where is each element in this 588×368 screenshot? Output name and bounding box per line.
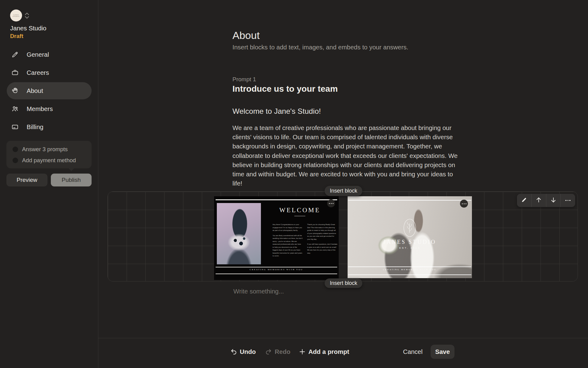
sidebar-item-label: Members	[27, 105, 53, 113]
sidebar-item-label: Careers	[27, 69, 49, 76]
undo-label: Undo	[240, 348, 256, 355]
card-top-rule	[348, 200, 471, 201]
image-block-welcome-card[interactable]: WELCOME Hey there! Congratulations on yo…	[214, 196, 339, 280]
welcome-body-columns: Hey there! Congratulations on your engag…	[273, 223, 337, 258]
waving-hand-icon	[11, 87, 19, 94]
undo-icon	[230, 348, 237, 355]
workspace-status-badge: Draft	[10, 33, 23, 40]
block-canvas-grid	[107, 191, 578, 282]
welcome-col1-para2: You are likely overwhelmed with all the …	[273, 234, 303, 258]
answer-body-text[interactable]: We are a team of creative professionals …	[232, 123, 458, 188]
checklist-item-label: Answer 3 prompts	[22, 146, 68, 153]
add-prompt-button[interactable]: Add a prompt	[299, 345, 349, 359]
card-bottom-rule	[216, 274, 337, 274]
block-toolbar	[517, 194, 575, 207]
checklist-item-payment: Add payment method	[13, 156, 85, 164]
save-label: Save	[435, 348, 450, 355]
ellipsis-icon	[565, 200, 571, 201]
card-footer-tagline: CREATING MEMORIES WITH YOU	[214, 268, 339, 271]
briefcase-icon	[11, 69, 19, 76]
block-more-options-button[interactable]	[560, 194, 575, 207]
credit-card-icon	[11, 123, 19, 131]
welcome-col2-para2: If you still have questions, don't hesit…	[307, 243, 337, 255]
card-bottom-rule	[348, 266, 471, 267]
welcome-underline	[294, 216, 305, 216]
checklist-item-label: Add payment method	[22, 157, 76, 164]
people-icon	[11, 105, 19, 113]
card-footer-tagline: CREATING MEMORIES WITH YOU	[348, 268, 472, 271]
footer-divider	[98, 338, 588, 338]
avatar-monogram-line2: STUDIO	[13, 16, 20, 17]
botanical-logo-badge	[404, 219, 416, 237]
cancel-label: Cancel	[403, 348, 423, 355]
answer-heading[interactable]: Welcome to Jane's Studio!	[232, 107, 321, 116]
sidebar-item-careers[interactable]: Careers	[7, 64, 92, 81]
workspace-switcher-icon[interactable]	[24, 12, 30, 19]
publish-checklist-popover: Answer 3 prompts Add payment method	[6, 141, 92, 168]
plus-icon	[299, 348, 306, 355]
unchecked-circle-icon	[13, 158, 18, 163]
sidebar-item-label: About	[27, 87, 43, 94]
preview-button[interactable]: Preview	[6, 174, 47, 186]
workspace-name: Janes Studio	[10, 25, 47, 32]
move-block-up-button[interactable]	[531, 194, 546, 207]
unchecked-circle-icon	[13, 147, 18, 152]
logo-studio-name: JANES STUDIO	[348, 239, 472, 245]
editor-placeholder[interactable]: Write something...	[233, 288, 284, 295]
page-title: About	[232, 29, 260, 41]
save-button[interactable]: Save	[431, 345, 454, 359]
block-options-ellipsis-button[interactable]	[460, 200, 468, 208]
prompt-label: Prompt 1	[232, 76, 256, 83]
page-subtitle: Insert blocks to add text, images, and e…	[232, 44, 408, 51]
sidebar: JANES STUDIO Janes Studio Draft General	[0, 0, 98, 368]
sidebar-item-members[interactable]: Members	[7, 100, 92, 117]
edit-block-button[interactable]	[517, 194, 531, 207]
image-block-logo-card[interactable]: JANES STUDIO EST. 2023 CREATING MEMORIES…	[348, 196, 472, 278]
edit-pencil-icon	[521, 197, 527, 204]
redo-label: Redo	[275, 348, 290, 355]
publish-button[interactable]: Publish	[51, 174, 92, 186]
pencil-icon	[11, 51, 19, 58]
arrow-up-icon	[535, 197, 542, 205]
add-prompt-label: Add a prompt	[308, 348, 349, 355]
logo-established-year: EST. 2023	[348, 247, 472, 249]
cancel-button[interactable]: Cancel	[403, 345, 423, 359]
welcome-col2-para1: Thank you for choosing Really Great Site…	[307, 223, 337, 241]
arrow-down-icon	[550, 197, 557, 205]
redo-button[interactable]: Redo	[265, 345, 290, 359]
welcome-col1-para1: Hey there! Congratulations on your engag…	[273, 223, 303, 232]
prompt-title[interactable]: Introduce us to your team	[232, 84, 338, 94]
card-bottom-rule	[348, 274, 471, 275]
insert-block-button-bottom[interactable]: Insert block	[325, 278, 362, 288]
app-root: JANES STUDIO Janes Studio Draft General	[0, 0, 588, 368]
block-options-ellipsis-button[interactable]	[327, 199, 335, 207]
welcome-title: WELCOME	[261, 206, 339, 214]
sidebar-item-about[interactable]: About	[7, 82, 92, 99]
card-bottom-rule	[216, 267, 337, 267]
welcome-card-text-panel: WELCOME Hey there! Congratulations on yo…	[261, 196, 339, 280]
move-block-down-button[interactable]	[546, 194, 561, 207]
sidebar-item-general[interactable]: General	[7, 46, 92, 63]
workspace-avatar[interactable]: JANES STUDIO	[10, 10, 22, 21]
redo-icon	[265, 348, 272, 355]
insert-block-button-top[interactable]: Insert block	[325, 186, 362, 196]
undo-button[interactable]: Undo	[230, 345, 256, 359]
sidebar-item-billing[interactable]: Billing	[7, 118, 92, 136]
checklist-item-prompts: Answer 3 prompts	[13, 145, 85, 153]
sidebar-nav: General Careers	[0, 46, 98, 136]
sidebar-item-label: General	[27, 51, 49, 58]
bride-bouquet-photo	[217, 203, 261, 264]
sidebar-item-label: Billing	[27, 123, 43, 131]
